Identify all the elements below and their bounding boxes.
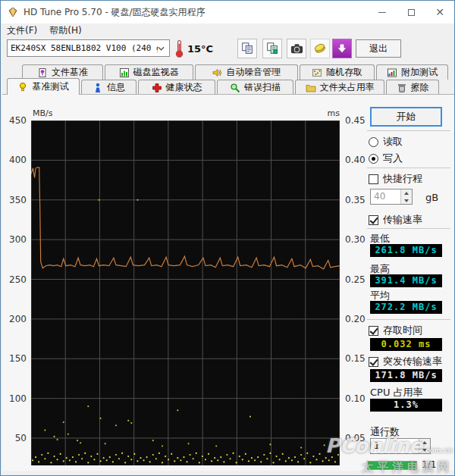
left-axis-tick-label: 200 [2, 314, 27, 324]
download-button[interactable] [332, 39, 352, 58]
tab-row-primary: 基准测试 信息 健康状态 错误扫描 文件夹占用率 擦除 [7, 80, 441, 95]
burst-checkbox[interactable] [369, 357, 378, 367]
access-time-dot [199, 462, 200, 463]
access-time-dot [294, 456, 296, 458]
tab-auto-acoustic[interactable]: 自动噪音管理 [195, 64, 298, 80]
menu-help[interactable]: 帮助(H) [43, 23, 87, 38]
tab-error-scan[interactable]: 错误扫描 [217, 80, 293, 95]
access-time-dot [162, 445, 163, 446]
tab-extra-tests[interactable]: 附加测试 [376, 64, 448, 80]
tab-erase[interactable]: 擦除 [386, 80, 439, 95]
access-time-dot [279, 459, 281, 460]
tab-random-access[interactable]: 随机存取 [300, 64, 375, 80]
access-time-dot [44, 458, 46, 459]
access-time-dot [285, 460, 287, 462]
scan-magnifier-icon [230, 83, 240, 93]
transfer-row[interactable]: 传输速率 [369, 213, 422, 227]
burst-label: 突发传输速率 [383, 355, 442, 368]
close-button[interactable]: ✕ [425, 1, 454, 23]
access-time-dot [67, 434, 69, 435]
radio-read-row[interactable]: 读取 [369, 135, 403, 149]
tab-disk-monitor[interactable]: 磁盘监视器 [105, 64, 193, 80]
tab-benchmark[interactable]: 基准测试 [7, 78, 80, 95]
toolbar: EK240SX 58ENLB1802 V100 (240 gB) 15°C 退出 [1, 37, 454, 61]
access-time-dot [90, 456, 92, 457]
tab-health[interactable]: 健康状态 [138, 80, 215, 95]
chevron-down-icon [158, 46, 165, 51]
access-time-dot [112, 461, 114, 462]
tab-folder-usage[interactable]: 文件夹占用率 [295, 80, 384, 95]
access-time-value-display: 0.032 ms [370, 338, 442, 351]
divider [367, 130, 450, 131]
shortstroke-size-spinner[interactable]: 40 [370, 189, 413, 205]
right-axis-tick-label: 0.10 [345, 393, 368, 404]
access-time-dot [63, 421, 64, 423]
spinner-up-icon[interactable] [419, 439, 430, 446]
access-time-dot [263, 454, 265, 456]
speaker-icon [212, 67, 222, 78]
access-time-checkbox[interactable] [369, 326, 378, 336]
access-time-dot [50, 462, 52, 463]
shortstroke-checkbox[interactable] [369, 174, 378, 184]
access-time-dot [186, 461, 187, 462]
access-time-dot [136, 460, 138, 462]
left-axis-tick-label: 50 [2, 433, 27, 443]
radio-write-row[interactable]: 写入 [369, 152, 403, 165]
tab-info[interactable]: 信息 [81, 80, 137, 95]
access-time-dot [205, 459, 206, 460]
access-time-dot [96, 453, 98, 455]
temperature-indicator: 15°C [175, 38, 213, 59]
save-gold-icon [312, 41, 328, 56]
save-results-button[interactable] [310, 39, 330, 58]
right-axis-tick-label: 0.25 [345, 274, 368, 285]
close-icon: ✕ [435, 7, 444, 17]
access-time-dot [215, 445, 217, 446]
write-speed-line [31, 168, 340, 269]
tab-label: 随机存取 [326, 66, 362, 79]
shortstroke-row[interactable]: 快捷行程 [369, 172, 422, 186]
divider [367, 319, 450, 320]
access-time-dot [130, 422, 132, 424]
transfer-checkbox[interactable] [369, 215, 378, 225]
access-time-dot [254, 459, 256, 461]
spinner-up-icon[interactable] [401, 189, 412, 197]
tab-label: 附加测试 [401, 66, 438, 79]
access-time-dot [121, 453, 123, 454]
exit-button[interactable]: 退出 [356, 39, 401, 58]
access-time-dot [297, 461, 299, 462]
menu-bar: 文件(F) 帮助(H) [1, 23, 454, 37]
access-time-dot [282, 453, 284, 455]
burst-row[interactable]: 突发传输速率 [369, 355, 442, 368]
tab-file-benchmark[interactable]: 文件基准 [22, 64, 103, 80]
access-time-dot [196, 453, 197, 454]
minimize-button[interactable] [368, 1, 397, 23]
spinner-down-icon[interactable] [419, 446, 430, 454]
spinner-down-icon[interactable] [401, 197, 412, 205]
access-time-dot [72, 456, 74, 458]
pass-count-spinner[interactable]: 1 [370, 438, 431, 454]
copy-icon [240, 42, 254, 55]
access-time-dot [56, 439, 58, 440]
screenshot-button[interactable] [287, 39, 306, 58]
exit-button-label: 退出 [369, 42, 388, 55]
radio-write-label: 写入 [383, 152, 403, 165]
radio-read[interactable] [369, 137, 378, 147]
access-time-dot [331, 456, 333, 458]
access-time-row[interactable]: 存取时间 [369, 324, 422, 337]
copy-button[interactable] [237, 39, 257, 58]
access-time-dot [239, 456, 240, 457]
drive-select-dropdown[interactable]: EK240SX 58ENLB1802 V100 (240 gB) [7, 39, 170, 57]
title-bar: HD Tune Pro 5.70 - 硬盘/固态硬盘实用程序 ✕ [1, 1, 454, 23]
tab-label: 自动噪音管理 [226, 66, 281, 79]
maximize-button[interactable] [397, 1, 425, 23]
access-time-dot [152, 454, 154, 456]
access-time-dot [32, 459, 33, 461]
access-time-dot [248, 460, 249, 462]
access-time-dot [168, 459, 169, 460]
start-button[interactable]: 开始 [370, 107, 442, 127]
menu-file[interactable]: 文件(F) [1, 23, 43, 38]
radio-write[interactable] [369, 154, 378, 164]
access-time-dot [53, 456, 55, 457]
access-time-dot [75, 461, 77, 462]
copy-save-button[interactable] [262, 39, 282, 58]
